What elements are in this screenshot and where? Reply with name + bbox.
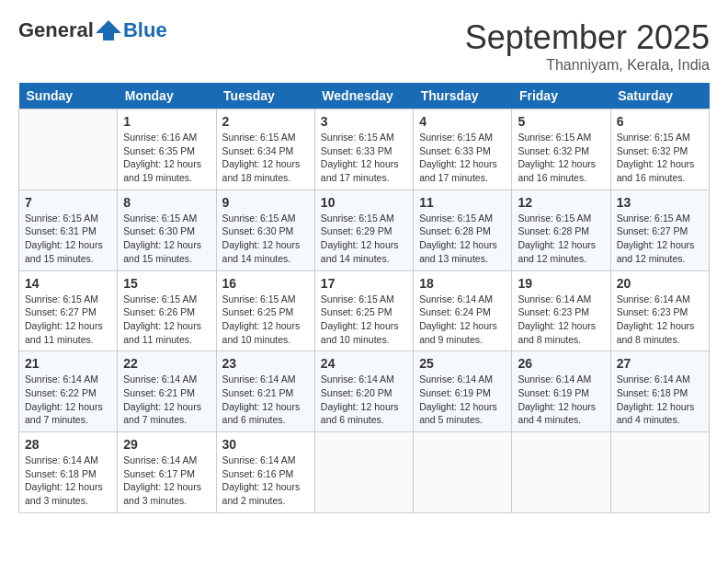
day-number: 24 xyxy=(321,356,407,371)
day-number: 4 xyxy=(419,114,506,129)
day-number: 1 xyxy=(123,114,210,129)
calendar-cell: 19Sunrise: 6:14 AMSunset: 6:23 PMDayligh… xyxy=(512,270,610,351)
day-info: Sunrise: 6:15 AMSunset: 6:34 PMDaylight:… xyxy=(222,131,309,185)
day-info: Sunrise: 6:14 AMSunset: 6:19 PMDaylight:… xyxy=(419,373,506,427)
day-info: Sunrise: 6:16 AMSunset: 6:35 PMDaylight:… xyxy=(123,131,210,185)
day-info: Sunrise: 6:15 AMSunset: 6:31 PMDaylight:… xyxy=(25,212,111,266)
day-info: Sunrise: 6:14 AMSunset: 6:24 PMDaylight:… xyxy=(419,293,506,347)
calendar-cell xyxy=(314,432,413,513)
title-block: September 2025 Thanniyam, Kerala, India xyxy=(465,18,710,74)
calendar-cell: 22Sunrise: 6:14 AMSunset: 6:21 PMDayligh… xyxy=(118,351,216,432)
calendar-cell: 2Sunrise: 6:15 AMSunset: 6:34 PMDaylight… xyxy=(216,109,314,190)
calendar-week-row: 28Sunrise: 6:14 AMSunset: 6:18 PMDayligh… xyxy=(19,432,710,513)
day-number: 19 xyxy=(518,276,604,291)
day-number: 28 xyxy=(25,437,111,452)
day-number: 27 xyxy=(617,356,703,371)
day-info: Sunrise: 6:15 AMSunset: 6:28 PMDaylight:… xyxy=(518,212,604,266)
day-number: 5 xyxy=(518,114,604,129)
day-info: Sunrise: 6:15 AMSunset: 6:28 PMDaylight:… xyxy=(419,212,506,266)
day-number: 25 xyxy=(419,356,506,371)
column-header-thursday: Thursday xyxy=(414,83,512,109)
calendar-cell: 18Sunrise: 6:14 AMSunset: 6:24 PMDayligh… xyxy=(414,270,512,351)
calendar-week-row: 1Sunrise: 6:16 AMSunset: 6:35 PMDaylight… xyxy=(19,109,710,190)
day-info: Sunrise: 6:14 AMSunset: 6:18 PMDaylight:… xyxy=(25,454,111,508)
column-header-tuesday: Tuesday xyxy=(216,83,314,109)
calendar-cell xyxy=(610,432,709,513)
calendar-cell: 30Sunrise: 6:14 AMSunset: 6:16 PMDayligh… xyxy=(216,432,314,513)
day-number: 29 xyxy=(123,437,210,452)
day-number: 13 xyxy=(617,195,703,210)
logo-general-text: General xyxy=(18,18,94,42)
calendar-cell: 10Sunrise: 6:15 AMSunset: 6:29 PMDayligh… xyxy=(314,190,413,270)
day-info: Sunrise: 6:14 AMSunset: 6:21 PMDaylight:… xyxy=(123,373,210,427)
day-info: Sunrise: 6:15 AMSunset: 6:27 PMDaylight:… xyxy=(617,212,703,266)
calendar-cell: 5Sunrise: 6:15 AMSunset: 6:32 PMDaylight… xyxy=(512,109,610,190)
page-header: General Blue September 2025 Thanniyam, K… xyxy=(18,18,710,74)
day-info: Sunrise: 6:15 AMSunset: 6:29 PMDaylight:… xyxy=(321,212,407,266)
logo-blue-text: Blue xyxy=(123,18,167,42)
calendar-cell: 13Sunrise: 6:15 AMSunset: 6:27 PMDayligh… xyxy=(610,190,709,270)
day-info: Sunrise: 6:14 AMSunset: 6:18 PMDaylight:… xyxy=(617,373,703,427)
day-info: Sunrise: 6:15 AMSunset: 6:32 PMDaylight:… xyxy=(518,131,604,185)
day-info: Sunrise: 6:14 AMSunset: 6:23 PMDaylight:… xyxy=(518,293,604,347)
day-info: Sunrise: 6:15 AMSunset: 6:25 PMDaylight:… xyxy=(222,293,309,347)
day-number: 15 xyxy=(123,276,210,291)
day-number: 9 xyxy=(222,195,309,210)
calendar-cell xyxy=(19,109,118,190)
calendar-table: SundayMondayTuesdayWednesdayThursdayFrid… xyxy=(18,83,710,513)
calendar-cell: 3Sunrise: 6:15 AMSunset: 6:33 PMDaylight… xyxy=(314,109,413,190)
day-number: 18 xyxy=(419,276,506,291)
logo: General Blue xyxy=(18,18,167,42)
calendar-week-row: 7Sunrise: 6:15 AMSunset: 6:31 PMDaylight… xyxy=(19,190,710,270)
day-info: Sunrise: 6:15 AMSunset: 6:30 PMDaylight:… xyxy=(123,212,210,266)
day-number: 16 xyxy=(222,276,309,291)
calendar-cell: 9Sunrise: 6:15 AMSunset: 6:30 PMDaylight… xyxy=(216,190,314,270)
calendar-cell: 7Sunrise: 6:15 AMSunset: 6:31 PMDaylight… xyxy=(19,190,118,270)
day-info: Sunrise: 6:15 AMSunset: 6:32 PMDaylight:… xyxy=(617,131,703,185)
day-info: Sunrise: 6:14 AMSunset: 6:16 PMDaylight:… xyxy=(222,454,309,508)
logo-icon xyxy=(96,20,121,40)
column-header-monday: Monday xyxy=(118,83,216,109)
calendar-cell: 28Sunrise: 6:14 AMSunset: 6:18 PMDayligh… xyxy=(19,432,118,513)
calendar-cell: 15Sunrise: 6:15 AMSunset: 6:26 PMDayligh… xyxy=(118,270,216,351)
svg-marker-0 xyxy=(96,20,121,40)
calendar-cell: 21Sunrise: 6:14 AMSunset: 6:22 PMDayligh… xyxy=(19,351,118,432)
day-info: Sunrise: 6:14 AMSunset: 6:20 PMDaylight:… xyxy=(321,373,407,427)
calendar-cell: 1Sunrise: 6:16 AMSunset: 6:35 PMDaylight… xyxy=(118,109,216,190)
day-number: 10 xyxy=(321,195,407,210)
calendar-cell: 26Sunrise: 6:14 AMSunset: 6:19 PMDayligh… xyxy=(512,351,610,432)
day-number: 12 xyxy=(518,195,604,210)
calendar-cell xyxy=(512,432,610,513)
day-number: 14 xyxy=(25,276,111,291)
location-subtitle: Thanniyam, Kerala, India xyxy=(465,57,710,74)
column-header-wednesday: Wednesday xyxy=(314,83,413,109)
calendar-cell: 12Sunrise: 6:15 AMSunset: 6:28 PMDayligh… xyxy=(512,190,610,270)
calendar-cell: 23Sunrise: 6:14 AMSunset: 6:21 PMDayligh… xyxy=(216,351,314,432)
column-header-friday: Friday xyxy=(512,83,610,109)
day-number: 26 xyxy=(518,356,604,371)
day-info: Sunrise: 6:14 AMSunset: 6:17 PMDaylight:… xyxy=(123,454,210,508)
day-info: Sunrise: 6:15 AMSunset: 6:30 PMDaylight:… xyxy=(222,212,309,266)
day-info: Sunrise: 6:15 AMSunset: 6:33 PMDaylight:… xyxy=(321,131,407,185)
calendar-week-row: 21Sunrise: 6:14 AMSunset: 6:22 PMDayligh… xyxy=(19,351,710,432)
day-info: Sunrise: 6:14 AMSunset: 6:22 PMDaylight:… xyxy=(25,373,111,427)
day-number: 3 xyxy=(321,114,407,129)
column-header-saturday: Saturday xyxy=(610,83,709,109)
day-number: 6 xyxy=(617,114,703,129)
day-info: Sunrise: 6:15 AMSunset: 6:27 PMDaylight:… xyxy=(25,293,111,347)
day-info: Sunrise: 6:15 AMSunset: 6:25 PMDaylight:… xyxy=(321,293,407,347)
day-number: 17 xyxy=(321,276,407,291)
day-info: Sunrise: 6:14 AMSunset: 6:19 PMDaylight:… xyxy=(518,373,604,427)
day-number: 11 xyxy=(419,195,506,210)
calendar-cell: 11Sunrise: 6:15 AMSunset: 6:28 PMDayligh… xyxy=(414,190,512,270)
column-header-sunday: Sunday xyxy=(19,83,118,109)
calendar-cell: 29Sunrise: 6:14 AMSunset: 6:17 PMDayligh… xyxy=(118,432,216,513)
calendar-cell: 14Sunrise: 6:15 AMSunset: 6:27 PMDayligh… xyxy=(19,270,118,351)
calendar-cell: 24Sunrise: 6:14 AMSunset: 6:20 PMDayligh… xyxy=(314,351,413,432)
day-number: 23 xyxy=(222,356,309,371)
month-title: September 2025 xyxy=(465,18,710,57)
calendar-cell: 8Sunrise: 6:15 AMSunset: 6:30 PMDaylight… xyxy=(118,190,216,270)
day-number: 22 xyxy=(123,356,210,371)
day-info: Sunrise: 6:14 AMSunset: 6:21 PMDaylight:… xyxy=(222,373,309,427)
calendar-cell: 17Sunrise: 6:15 AMSunset: 6:25 PMDayligh… xyxy=(314,270,413,351)
